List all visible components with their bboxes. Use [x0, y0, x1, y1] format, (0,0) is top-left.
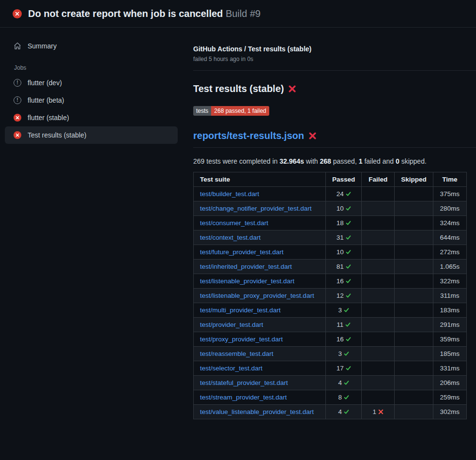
test-suite-link[interactable]: test/provider_test.dart — [200, 321, 263, 328]
time-cell: 291ms — [433, 318, 466, 332]
check-icon — [344, 395, 349, 400]
test-suite-link[interactable]: test/reassemble_test.dart — [200, 350, 274, 357]
failed-cell — [362, 390, 395, 405]
sidebar-item-label: Test results (stable) — [28, 131, 86, 139]
sidebar-item-flutter-stable[interactable]: flutter (stable) — [5, 109, 178, 126]
passed-cell: 17 — [326, 361, 362, 376]
check-icon — [344, 307, 349, 313]
test-suite-link[interactable]: test/context_test.dart — [200, 234, 261, 241]
test-suite-link[interactable]: test/consumer_test.dart — [200, 219, 268, 227]
check-icon — [346, 206, 351, 211]
failed-cell — [362, 347, 395, 361]
test-suite-link[interactable]: test/value_listenable_provider_test.dart — [200, 408, 314, 415]
time-cell: 311ms — [433, 289, 466, 303]
passed-value: 3 — [338, 350, 342, 357]
failed-cell — [362, 230, 395, 245]
skipped-cell — [395, 405, 433, 419]
table-row: test/builder_test.dart 24 375ms — [194, 187, 467, 201]
cross-icon — [378, 409, 384, 414]
passed-cell: 10 — [326, 201, 362, 216]
time-cell: 183ms — [433, 303, 466, 318]
test-suite-link[interactable]: test/future_provider_test.dart — [200, 248, 284, 256]
section-heading: Test results (stable) — [193, 83, 476, 94]
table-row: test/proxy_provider_test.dart 16 359ms — [194, 332, 467, 347]
failed-cell — [362, 361, 395, 376]
table-row: test/consumer_test.dart 18 324ms — [194, 216, 467, 230]
column-header-time: Time — [433, 172, 466, 187]
run-meta: failed 5 hours ago in 0s — [193, 56, 476, 62]
test-suite-link[interactable]: test/proxy_provider_test.dart — [200, 336, 283, 343]
failed-value: 1 — [373, 408, 377, 415]
test-suite-cell: test/stream_provider_test.dart — [194, 390, 326, 405]
check-icon — [346, 220, 351, 226]
time-cell: 359ms — [433, 332, 466, 347]
page-title: Do not create report when job is cancell… — [28, 8, 261, 19]
sidebar-item-flutter-dev[interactable]: ! flutter (dev) — [5, 74, 178, 92]
sidebar-item-flutter-beta[interactable]: ! flutter (beta) — [5, 92, 178, 109]
skipped-cell — [395, 390, 433, 405]
passed-cell: 3 — [326, 303, 362, 318]
failed-cell — [362, 376, 395, 390]
passed-value: 3 — [338, 307, 342, 314]
test-suite-link[interactable]: test/listenable_proxy_provider_test.dart — [200, 292, 314, 299]
table-row: test/reassemble_test.dart 3 185ms — [194, 347, 467, 361]
failed-cross-icon — [309, 132, 316, 139]
test-suite-link[interactable]: test/selector_test.dart — [200, 365, 262, 372]
check-icon — [346, 191, 351, 197]
skipped-cell — [395, 260, 433, 274]
check-icon — [346, 278, 351, 284]
failed-cell — [362, 332, 395, 347]
test-suite-link[interactable]: test/change_notifier_provider_test.dart — [200, 205, 311, 212]
test-suite-link[interactable]: test/multi_provider_test.dart — [200, 307, 281, 314]
breadcrumb: GitHub Actions / Test results (stable) — [193, 45, 476, 53]
table-row: test/future_provider_test.dart 10 272ms — [194, 245, 467, 260]
passed-cell: 16 — [326, 332, 362, 347]
passed-value: 16 — [337, 336, 344, 343]
passed-value: 17 — [337, 365, 344, 372]
passed-value: 16 — [337, 277, 344, 285]
skipped-cell — [395, 201, 433, 216]
table-row: test/change_notifier_provider_test.dart … — [194, 201, 467, 216]
check-icon — [346, 293, 351, 298]
test-suite-link[interactable]: test/stream_provider_test.dart — [200, 394, 287, 401]
failed-status-icon — [13, 9, 22, 18]
passed-cell: 12 — [326, 289, 362, 303]
home-icon — [14, 42, 21, 50]
table-row: test/selector_test.dart 17 331ms — [194, 361, 467, 376]
report-file-link[interactable]: reports/test-results.json — [193, 130, 304, 141]
failed-status-icon — [14, 114, 21, 122]
sidebar-item-summary[interactable]: Summary — [5, 37, 178, 55]
passed-cell: 18 — [326, 216, 362, 230]
failed-cross-icon — [289, 85, 296, 92]
run-title: Do not create report when job is cancell… — [28, 8, 223, 19]
sidebar-item-test-results-stable[interactable]: Test results (stable) — [5, 126, 178, 144]
results-table-body: test/builder_test.dart 24 375ms test/cha… — [194, 187, 467, 419]
skipped-cell — [395, 289, 433, 303]
passed-value: 4 — [338, 408, 342, 415]
test-suite-cell: test/provider_test.dart — [194, 318, 326, 332]
skipped-cell — [395, 376, 433, 390]
check-icon — [346, 235, 351, 240]
table-row: test/inherited_provider_test.dart 81 1.0… — [194, 260, 467, 274]
test-suite-link[interactable]: test/inherited_provider_test.dart — [200, 263, 292, 270]
main-content: GitHub Actions / Test results (stable) f… — [185, 28, 476, 419]
table-row: test/listenable_proxy_provider_test.dart… — [194, 289, 467, 303]
test-suite-link[interactable]: test/builder_test.dart — [200, 190, 259, 198]
test-results-table: Test suite Passed Failed Skipped Time te… — [193, 172, 467, 419]
table-row: test/multi_provider_test.dart 3 183ms — [194, 303, 467, 318]
failed-cell — [362, 201, 395, 216]
jobs-nav: ! flutter (dev) ! flutter (beta) flutter… — [5, 74, 178, 144]
table-row: test/value_listenable_provider_test.dart… — [194, 405, 467, 419]
time-cell: 280ms — [433, 201, 466, 216]
test-suite-cell: test/reassemble_test.dart — [194, 347, 326, 361]
skipped-cell — [395, 318, 433, 332]
column-header-test-suite: Test suite — [194, 172, 326, 187]
skipped-cell — [395, 230, 433, 245]
test-suite-link[interactable]: test/listenable_provider_test.dart — [200, 277, 294, 285]
check-icon — [346, 337, 351, 342]
passed-value: 81 — [337, 263, 344, 270]
test-suite-cell: test/multi_provider_test.dart — [194, 303, 326, 318]
skipped-cell — [395, 245, 433, 260]
test-suite-link[interactable]: test/stateful_provider_test.dart — [200, 379, 288, 386]
table-header-row: Test suite Passed Failed Skipped Time — [194, 172, 467, 187]
